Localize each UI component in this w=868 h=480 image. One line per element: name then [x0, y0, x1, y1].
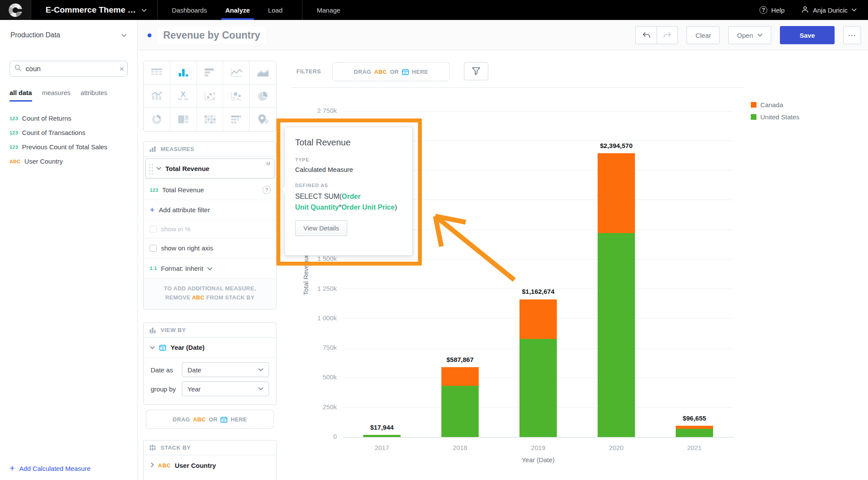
legend-item-united-states[interactable]: United States — [751, 111, 799, 123]
viz-type-bar[interactable] — [197, 61, 223, 85]
attribute-icon: ABC — [192, 294, 204, 301]
viz-type-donut[interactable] — [144, 108, 170, 131]
viz-type-bubble[interactable] — [223, 85, 250, 108]
bar-2018[interactable] — [441, 367, 479, 437]
catalog-item[interactable]: 123Count of Returns — [0, 111, 137, 125]
stack-by-item-user-country[interactable]: ABC User Country — [144, 455, 276, 475]
bar-segment-united-states[interactable] — [598, 233, 635, 437]
filters-dropzone[interactable]: DRAG ABC OR 31 HERE — [332, 62, 450, 81]
bar-segment-canada[interactable] — [519, 299, 557, 339]
view-by-item-year-date[interactable]: 31 Year (Date) — [144, 338, 276, 358]
viz-type-table[interactable] — [144, 61, 170, 85]
bar-segment-united-states[interactable] — [441, 386, 479, 437]
view-details-button[interactable]: View Details — [295, 220, 347, 236]
workspace-name: E-Commerce Theme … — [46, 5, 136, 15]
measure-help-icon[interactable]: ? — [263, 186, 271, 194]
date-as-select[interactable]: Date — [182, 362, 269, 377]
viz-type-treemap[interactable] — [170, 108, 197, 131]
gridline — [343, 259, 733, 260]
user-name: Anja Duricic — [813, 7, 848, 14]
undo-button[interactable] — [635, 26, 657, 44]
open-button[interactable]: Open — [728, 26, 771, 44]
date-icon: 31 — [402, 69, 409, 75]
headline-chart-icon: X — [176, 90, 190, 102]
format-row[interactable]: 1.1 Format: Inherit — [144, 258, 276, 278]
report-title[interactable]: Revenue by Country — [158, 27, 266, 44]
show-right-axis-checkbox[interactable] — [150, 245, 157, 252]
filter-funnel-button[interactable] — [464, 62, 488, 80]
viz-type-pie[interactable] — [250, 85, 276, 108]
clear-button[interactable]: Clear — [687, 26, 720, 44]
viz-type-heatmap[interactable] — [197, 108, 223, 131]
viz-type-geo[interactable] — [250, 108, 276, 131]
tab-load[interactable]: Load — [259, 0, 292, 20]
viz-type-column[interactable] — [170, 61, 197, 85]
x-tick-label: 2017 — [345, 444, 419, 451]
show-right-axis-row: show on right axis — [144, 238, 276, 258]
bubble-chart-icon — [229, 90, 243, 102]
stack-by-icon — [149, 444, 156, 451]
user-menu[interactable]: Anja Duricic — [801, 6, 857, 15]
measure-item-badge: M — [266, 161, 270, 166]
catalog-tab-measures[interactable]: measures — [42, 89, 71, 102]
y-tick-label: 0 — [301, 433, 337, 440]
viz-type-area[interactable] — [250, 61, 276, 85]
tab-label: Manage — [317, 7, 340, 14]
help-menu[interactable]: ? Help — [760, 6, 785, 14]
add-attribute-filter-row[interactable]: + Add attribute filter — [144, 200, 276, 220]
bar-2019[interactable] — [519, 299, 557, 437]
bar-2020[interactable] — [598, 153, 635, 437]
save-button[interactable]: Save — [780, 26, 835, 44]
view-by-bucket-title: VIEW BY — [161, 327, 186, 333]
measures-icon — [149, 146, 156, 152]
bar-total-label: $2,394,570 — [579, 142, 654, 149]
viz-type-line[interactable] — [223, 61, 250, 85]
tab-manage[interactable]: Manage — [308, 0, 349, 20]
catalog-item[interactable]: ABCUser Country — [0, 154, 137, 168]
catalog-item[interactable]: 123Previous Count of Total Sales — [0, 140, 137, 154]
redo-button[interactable] — [657, 26, 678, 44]
toolbar-actions: Clear Open Save ··· — [635, 26, 861, 44]
drag-handle-icon[interactable] — [148, 162, 153, 174]
viz-type-scatter[interactable] — [197, 85, 223, 108]
search-input[interactable] — [26, 65, 115, 73]
catalog-item[interactable]: 123Count of Transactions — [0, 125, 137, 140]
bar-2021[interactable] — [676, 426, 713, 437]
tab-dashboards[interactable]: Dashboards — [163, 0, 216, 20]
bar-total-label: $587,867 — [423, 356, 497, 363]
measure-item-total-revenue[interactable]: Total Revenue M — [145, 158, 274, 178]
viz-type-bullet[interactable] — [223, 108, 250, 131]
plus-icon: + — [10, 464, 15, 473]
scatter-chart-icon — [203, 90, 217, 102]
bar-segment-united-states[interactable] — [363, 435, 401, 437]
catalog-tab-attributes[interactable]: attributes — [81, 89, 108, 102]
view-by-dropzone[interactable]: DRAG ABC OR 31 HERE — [146, 410, 274, 429]
add-calculated-measure-button[interactable]: + Add Calculated Measure — [0, 457, 137, 480]
legend-item-canada[interactable]: Canada — [751, 99, 799, 111]
catalog-item-label: Count of Transactions — [22, 129, 85, 136]
more-options-button[interactable]: ··· — [843, 26, 861, 44]
bar-segment-canada[interactable] — [676, 426, 713, 429]
workspace-selector[interactable]: E-Commerce Theme … — [46, 5, 147, 15]
bar-segment-canada[interactable] — [441, 367, 479, 386]
bar-segment-united-states[interactable] — [519, 339, 557, 437]
show-in-percent-checkbox — [150, 226, 157, 233]
view-by-bucket-header: VIEW BY — [144, 323, 276, 338]
viz-type-headline[interactable]: X — [170, 85, 197, 108]
bar-segment-canada[interactable] — [598, 153, 635, 233]
y-tick-label: 1 500k — [301, 255, 337, 262]
catalog-item-label: Count of Returns — [22, 115, 71, 122]
dataset-selector[interactable]: Production Data — [0, 20, 138, 50]
bar-2017[interactable] — [363, 435, 401, 437]
gooddata-logo[interactable] — [0, 0, 31, 20]
catalog-tab-all-data[interactable]: all data — [10, 89, 32, 102]
add-calculated-measure-label: Add Calculated Measure — [19, 465, 90, 472]
tab-analyze[interactable]: Analyze — [216, 0, 259, 20]
clear-search-icon[interactable]: × — [119, 65, 124, 73]
group-by-select[interactable]: Year — [182, 381, 269, 396]
measure-item-title: Total Revenue — [165, 165, 209, 172]
unsaved-indicator-dot — [148, 33, 151, 37]
viz-type-combo[interactable] — [144, 85, 170, 108]
bar-segment-united-states[interactable] — [676, 429, 713, 437]
bar-total-label: $17,944 — [345, 424, 419, 431]
